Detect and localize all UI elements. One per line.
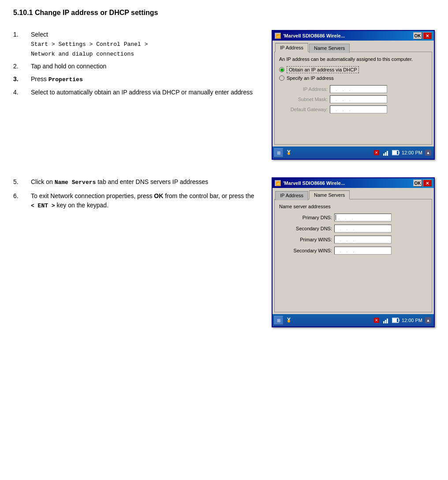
dialog-body-1: An IP address can be automatically assig… bbox=[274, 52, 432, 145]
taskbar-signal-icon-2 bbox=[382, 316, 390, 324]
primary-wins-input[interactable]: . . . bbox=[334, 236, 392, 244]
tab-name-servers[interactable]: Name Servers bbox=[309, 44, 350, 53]
step-2: 2. Tap and hold on connection bbox=[13, 62, 258, 71]
secondary-wins-row: Secondary WINS: . . . bbox=[279, 247, 427, 255]
svg-text:▲: ▲ bbox=[426, 150, 430, 155]
svg-line-2 bbox=[289, 150, 290, 152]
svg-rect-23 bbox=[392, 319, 397, 322]
instructions-2: 5. Click on Name Servers tab and enter D… bbox=[13, 177, 263, 327]
svg-rect-9 bbox=[399, 152, 399, 154]
step-6: 6. To exit Network connection properties… bbox=[13, 191, 258, 210]
svg-rect-22 bbox=[399, 319, 399, 321]
dialog-2: 📶 'Marvell SDIO8686 Wirele... OK ✕ IP Ad… bbox=[272, 177, 435, 327]
radio-manual[interactable]: Specify an IP address bbox=[279, 75, 427, 81]
close-button-2[interactable]: ✕ bbox=[423, 180, 432, 187]
svg-text:▲: ▲ bbox=[426, 318, 430, 322]
spacer bbox=[279, 113, 427, 140]
radio-manual-circle bbox=[279, 75, 284, 81]
secondary-dns-label: Secondary DNS: bbox=[279, 226, 332, 231]
start-button-2[interactable]: ⊞ bbox=[274, 316, 283, 325]
windows-icon: ⊞ bbox=[277, 150, 280, 155]
primary-wins-row: Primary WINS: . . . bbox=[279, 236, 427, 244]
taskbar-signal-icon bbox=[382, 149, 390, 157]
svg-line-14 bbox=[287, 318, 289, 320]
tab-name-servers-2[interactable]: Name Servers bbox=[309, 190, 350, 199]
section-1: 1. Select Start > Settings > Control Pan… bbox=[13, 30, 435, 160]
step-3: 3. Press Properties bbox=[13, 75, 258, 84]
taskbar-battery-icon bbox=[392, 149, 400, 157]
subnet-mask-input[interactable]: . . . bbox=[330, 95, 387, 103]
ip-fields: IP Address: . . . Subnet Mask: . . . bbox=[279, 85, 427, 113]
page-title: 5.10.1 Change IP address or DHCP setting… bbox=[13, 9, 435, 17]
titlebar-1: 📶 'Marvell SDIO8686 Wirele... OK ✕ bbox=[273, 31, 434, 41]
taskbar-antenna-icon-2 bbox=[285, 316, 293, 324]
secondary-wins-label: Secondary WINS: bbox=[279, 248, 332, 253]
ip-address-label: IP Address: bbox=[279, 86, 328, 92]
tab-bar-2: IP Address Name Servers bbox=[273, 188, 434, 199]
close-button[interactable]: ✕ bbox=[423, 32, 432, 39]
taskbar-time-1: 12:00 PM bbox=[402, 150, 422, 155]
secondary-dns-input[interactable]: . . . bbox=[334, 225, 392, 232]
taskbar-end-icon: ▲ bbox=[424, 149, 432, 157]
primary-wins-label: Primary WINS: bbox=[279, 237, 332, 242]
radio-dhcp[interactable]: Obtain an IP address via DHCP bbox=[279, 66, 427, 73]
ip-address-dialog: 📶 'Marvell SDIO8686 Wirele... OK ✕ IP Ad… bbox=[272, 30, 435, 160]
taskbar-1: ⊞ ✕ bbox=[273, 146, 434, 159]
tab-ip-address-2[interactable]: IP Address bbox=[275, 191, 308, 200]
taskbar-x-icon-2: ✕ bbox=[373, 316, 381, 324]
secondary-dns-row: Secondary DNS: . . . bbox=[279, 225, 427, 232]
svg-rect-6 bbox=[385, 152, 386, 156]
svg-rect-18 bbox=[383, 321, 385, 323]
step-5: 5. Click on Name Servers tab and enter D… bbox=[13, 177, 258, 187]
ip-address-row: IP Address: . . . bbox=[279, 85, 427, 93]
default-gateway-row: Default Gateway: . . . bbox=[279, 105, 427, 113]
taskbar-antenna-icon bbox=[285, 149, 293, 157]
titlebar-2: 📶 'Marvell SDIO8686 Wirele... OK ✕ bbox=[273, 178, 434, 188]
step-4: 4. Select to automatically obtain an IP … bbox=[13, 88, 258, 97]
radio-group: Obtain an IP address via DHCP Specify an… bbox=[279, 66, 427, 81]
subnet-mask-label: Subnet Mask: bbox=[279, 97, 328, 102]
svg-rect-20 bbox=[387, 319, 388, 323]
dialog-description: An IP address can be automatically assig… bbox=[279, 56, 427, 62]
svg-rect-7 bbox=[387, 151, 388, 156]
ns-title: Name server addresses bbox=[279, 204, 427, 209]
svg-line-1 bbox=[287, 150, 289, 152]
svg-text:✕: ✕ bbox=[375, 318, 378, 322]
dialog-1: 📶 'Marvell SDIO8686 Wirele... OK ✕ IP Ad… bbox=[272, 30, 435, 160]
secondary-wins-input[interactable]: . . . bbox=[334, 247, 392, 255]
svg-point-0 bbox=[287, 152, 290, 155]
app-icon-2: 📶 bbox=[275, 180, 281, 186]
svg-rect-5 bbox=[383, 154, 385, 156]
default-gateway-label: Default Gateway: bbox=[279, 107, 328, 112]
start-button[interactable]: ⊞ bbox=[274, 148, 283, 157]
ns-fields: Primary DNS: . . . Secondary DNS: . . . bbox=[279, 214, 427, 255]
default-gateway-input[interactable]: . . . bbox=[330, 105, 387, 113]
windows-icon-2: ⊞ bbox=[277, 318, 280, 323]
svg-rect-10 bbox=[392, 151, 397, 154]
subnet-mask-row: Subnet Mask: . . . bbox=[279, 95, 427, 103]
ok-button[interactable]: OK bbox=[413, 32, 422, 39]
radio-dhcp-label: Obtain an IP address via DHCP bbox=[287, 66, 359, 73]
svg-text:✕: ✕ bbox=[375, 150, 378, 155]
instructions-1: 1. Select Start > Settings > Control Pan… bbox=[13, 30, 263, 160]
cursor bbox=[336, 215, 336, 220]
dialog-title: 'Marvell SDIO8686 Wirele... bbox=[283, 33, 345, 38]
spacer-2 bbox=[279, 255, 427, 308]
taskbar-2: ⊞ ✕ bbox=[273, 314, 434, 326]
taskbar-time-2: 12:00 PM bbox=[402, 318, 422, 323]
name-servers-dialog: 📶 'Marvell SDIO8686 Wirele... OK ✕ IP Ad… bbox=[272, 177, 435, 327]
radio-dhcp-circle bbox=[279, 67, 284, 72]
svg-line-15 bbox=[289, 318, 290, 320]
primary-dns-input[interactable]: . . . bbox=[334, 214, 392, 221]
taskbar-x-icon: ✕ bbox=[373, 149, 381, 157]
primary-dns-label: Primary DNS: bbox=[279, 215, 332, 220]
ok-button-2[interactable]: OK bbox=[413, 180, 422, 187]
primary-dns-row: Primary DNS: . . . bbox=[279, 214, 427, 221]
radio-manual-label: Specify an IP address bbox=[287, 75, 334, 81]
section-2: 5. Click on Name Servers tab and enter D… bbox=[13, 177, 435, 327]
tab-ip-address[interactable]: IP Address bbox=[275, 43, 308, 52]
tab-bar-1: IP Address Name Servers bbox=[273, 41, 434, 52]
svg-point-13 bbox=[287, 320, 290, 322]
ip-address-input[interactable]: . . . bbox=[330, 85, 387, 93]
app-icon: 📶 bbox=[275, 33, 281, 39]
